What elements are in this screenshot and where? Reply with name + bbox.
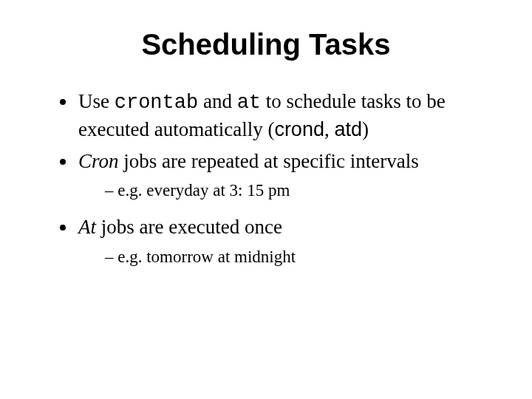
bullet-item: Use crontab and at to schedule tasks to … [77, 88, 495, 143]
sub-list: e.g. everyday at 3: 15 pm [78, 179, 495, 202]
bullet-item: Cron jobs are repeated at specific inter… [77, 148, 495, 202]
sans-text: atd [334, 118, 362, 140]
code-text: at [237, 92, 261, 114]
text: jobs are executed once [96, 216, 282, 238]
sans-text: crond [274, 118, 324, 140]
text: jobs are repeated at specific intervals [119, 150, 419, 172]
italic-text: Cron [78, 150, 119, 172]
sub-list: e.g. tomorrow at midnight [78, 245, 495, 268]
text: and [198, 90, 236, 112]
text: , [324, 118, 335, 140]
italic-text: At [78, 216, 96, 238]
bullet-item: At jobs are executed once e.g. tomorrow … [77, 214, 495, 267]
text: ) [362, 118, 369, 140]
slide-title: Scheduling Tasks [37, 28, 495, 61]
bullet-list: Use crontab and at to schedule tasks to … [37, 88, 495, 268]
text: Use [78, 90, 115, 112]
code-text: crontab [115, 92, 198, 114]
sub-item: e.g. tomorrow at midnight [105, 245, 495, 268]
sub-item: e.g. everyday at 3: 15 pm [105, 179, 495, 202]
slide: Scheduling Tasks Use crontab and at to s… [0, 0, 532, 399]
